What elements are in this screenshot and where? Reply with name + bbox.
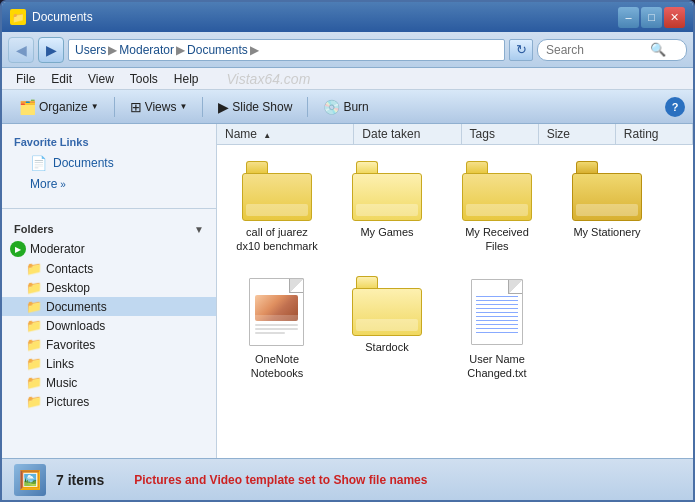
tree-item-pictures[interactable]: 📁 Pictures [2,392,216,411]
tree-item-moderator[interactable]: ▶ Moderator [2,239,216,259]
tree-label-contacts: Contacts [46,262,93,276]
tree-label-documents: Documents [46,300,107,314]
folder-icon-music: 📁 [26,375,42,390]
folders-section: Folders ▼ ▶ Moderator 📁 Contacts 📁 Deskt… [2,215,216,415]
views-label: Views [145,100,177,114]
forward-button[interactable]: ▶ [38,37,64,63]
doc-icon-onenote [247,276,307,348]
title-bar: 📁 Documents – □ ✕ [2,2,693,32]
list-item[interactable]: OneNote Notebooks [227,270,327,387]
tree-label-moderator: Moderator [30,242,85,256]
tree-item-contacts[interactable]: 📁 Contacts [2,259,216,278]
col-header-rating[interactable]: Rating [616,124,693,144]
views-button[interactable]: ⊞ Views ▼ [121,95,197,119]
window-icon: 📁 [10,9,26,25]
path-moderator[interactable]: Moderator [119,43,174,57]
maximize-button[interactable]: □ [641,7,662,28]
file-name: My Received Files [453,225,541,254]
tree-item-desktop[interactable]: 📁 Desktop [2,278,216,297]
folder-icon-downloads: 📁 [26,318,42,333]
folder-icon-favorites: 📁 [26,337,42,352]
more-link[interactable]: More » [2,174,216,194]
menu-bar: File Edit View Tools Help Vistax64.com [2,68,693,90]
menu-view[interactable]: View [80,70,122,88]
play-icon: ▶ [10,241,26,257]
burn-icon: 💿 [323,99,340,115]
folder-icon-stationery [572,161,642,221]
organize-icon: 🗂️ [19,99,36,115]
close-button[interactable]: ✕ [664,7,685,28]
sidebar-documents-label: Documents [53,156,114,170]
menu-file[interactable]: File [8,70,43,88]
minimize-button[interactable]: – [618,7,639,28]
main-content: Favorite Links 📄 Documents More » Folder… [2,124,693,458]
window: 📁 Documents – □ ✕ ◀ ▶ Users ▶ Moderator … [0,0,695,502]
col-header-date[interactable]: Date taken [354,124,461,144]
folder-icon-desktop: 📁 [26,280,42,295]
file-name: My Games [360,225,413,239]
tree-item-downloads[interactable]: 📁 Downloads [2,316,216,335]
tree-item-links[interactable]: 📁 Links [2,354,216,373]
folders-header[interactable]: Folders ▼ [2,219,216,239]
burn-button[interactable]: 💿 Burn [314,95,377,119]
sidebar-item-documents[interactable]: 📄 Documents [2,152,216,174]
toolbar-separator-1 [114,97,115,117]
folder-icon-pictures: 📁 [26,394,42,409]
file-view: Name ▲ Date taken Tags Size Rating [217,124,693,458]
list-item[interactable]: My Games [337,155,437,260]
organize-label: Organize [39,100,88,114]
file-name: User Name Changed.txt [453,352,541,381]
help-button[interactable]: ? [665,97,685,117]
tree-item-documents[interactable]: 📁 Documents [2,297,216,316]
search-icon[interactable]: 🔍 [650,42,666,57]
menu-edit[interactable]: Edit [43,70,80,88]
list-item[interactable]: call of juarez dx10 benchmark [227,155,327,260]
folder-icon-links: 📁 [26,356,42,371]
path-documents[interactable]: Documents [187,43,248,57]
tree-label-favorites: Favorites [46,338,95,352]
folder-icon-juarez [242,161,312,221]
sort-arrow-icon: ▲ [263,131,271,140]
slideshow-button[interactable]: ▶ Slide Show [209,95,301,119]
col-header-name[interactable]: Name ▲ [217,124,354,144]
organize-button[interactable]: 🗂️ Organize ▼ [10,95,108,119]
folder-icon-contacts: 📁 [26,261,42,276]
list-item[interactable]: My Stationery [557,155,657,260]
col-header-size[interactable]: Size [539,124,616,144]
menu-tools[interactable]: Tools [122,70,166,88]
more-label: More [30,177,57,191]
address-path[interactable]: Users ▶ Moderator ▶ Documents ▶ [68,39,505,61]
favorite-links-section: Favorite Links 📄 Documents More » [2,124,216,202]
address-bar: ◀ ▶ Users ▶ Moderator ▶ Documents ▶ ↻ 🔍 [2,32,693,68]
tree-label-music: Music [46,376,77,390]
menu-help[interactable]: Help [166,70,207,88]
tree-label-pictures: Pictures [46,395,89,409]
folder-icon-received-files [462,161,532,221]
folders-collapse-icon: ▼ [194,224,204,235]
path-users[interactable]: Users [75,43,106,57]
list-item[interactable]: Stardock [337,270,437,387]
status-count: 7 items [56,472,104,488]
tree-item-favorites[interactable]: 📁 Favorites [2,335,216,354]
slideshow-label: Slide Show [232,100,292,114]
refresh-button[interactable]: ↻ [509,39,533,61]
status-message: Pictures and Video template set to Show … [134,473,427,487]
search-box[interactable]: 🔍 [537,39,687,61]
search-input[interactable] [546,43,646,57]
tree-label-downloads: Downloads [46,319,105,333]
sidebar-divider [2,208,216,209]
folders-title: Folders [14,223,54,235]
views-dropdown-icon: ▼ [179,102,187,111]
tree-label-desktop: Desktop [46,281,90,295]
slideshow-icon: ▶ [218,99,229,115]
toolbar-separator-2 [202,97,203,117]
sidebar: Favorite Links 📄 Documents More » Folder… [2,124,217,458]
window-title: Documents [32,10,93,24]
list-item[interactable]: User Name Changed.txt [447,270,547,387]
col-header-tags[interactable]: Tags [462,124,539,144]
column-headers: Name ▲ Date taken Tags Size Rating [217,124,693,145]
folder-icon-documents: 📁 [26,299,42,314]
back-button[interactable]: ◀ [8,37,34,63]
tree-item-music[interactable]: 📁 Music [2,373,216,392]
list-item[interactable]: My Received Files [447,155,547,260]
